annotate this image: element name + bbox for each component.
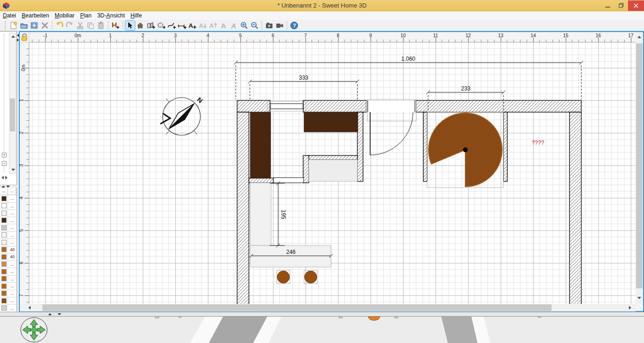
menu-3d-ansicht[interactable]: 3D-Ansicht: [94, 12, 128, 19]
undo-button[interactable]: [54, 20, 65, 31]
zoom-out-button[interactable]: [249, 20, 260, 31]
new-home-button[interactable]: [8, 20, 19, 31]
catalog-scroll-thumb[interactable]: [10, 98, 15, 131]
furniture-row[interactable]: ...: [0, 224, 17, 232]
maximize-button[interactable]: [614, 0, 628, 11]
wall-alcove-left[interactable]: [423, 112, 427, 181]
furniture-catalog-panel[interactable]: + −: [0, 31, 17, 185]
furniture-row[interactable]: 40: [0, 253, 17, 261]
furniture-row[interactable]: ...: [0, 203, 17, 210]
view-3d[interactable]: [0, 317, 644, 343]
zoom-in-button[interactable]: [239, 20, 249, 31]
furniture-list-panel[interactable]: ... ... .....................4040.......…: [0, 188, 17, 312]
nook-counter[interactable]: [309, 160, 357, 181]
menu-datei[interactable]: Datei: [0, 12, 19, 19]
plan-horizontal-scrollbar[interactable]: [20, 304, 636, 311]
splitter3d-down-icon[interactable]: [58, 313, 61, 315]
plan-scroll-down-icon[interactable]: [637, 297, 641, 299]
doorway-bottom[interactable]: [273, 178, 304, 183]
copy-button[interactable]: [85, 20, 96, 31]
pan-button[interactable]: [135, 20, 146, 31]
menu-hilfe[interactable]: Hilfe: [128, 12, 145, 19]
add-furniture-button[interactable]: [110, 20, 121, 31]
wall-inner-hall-left[interactable]: [357, 112, 363, 181]
photo-button[interactable]: [264, 20, 274, 31]
tree-collapse-icon[interactable]: −: [2, 161, 7, 166]
navigation-arrows[interactable]: [21, 318, 47, 342]
decrease-text-size-button[interactable]: A: [198, 20, 208, 31]
wall-top-2[interactable]: [303, 100, 366, 112]
plan-scroll-up-icon[interactable]: [637, 36, 641, 38]
list-col-icon[interactable]: ...: [0, 188, 8, 195]
catalog-scroll-left-icon[interactable]: [1, 176, 4, 180]
furniture-row[interactable]: ...: [0, 297, 17, 305]
furniture-row[interactable]: ...: [0, 217, 17, 225]
furniture-row[interactable]: ...: [0, 276, 17, 283]
kitchen-counter[interactable]: [250, 183, 271, 245]
wardrobe[interactable]: [250, 113, 271, 178]
wall-inner-nook-left[interactable]: [303, 155, 309, 183]
save-button[interactable]: [29, 20, 40, 31]
open-button[interactable]: [19, 20, 29, 31]
scroll-down-icon[interactable]: [11, 169, 15, 171]
plan-vertical-scrollbar[interactable]: [636, 32, 643, 304]
plan-3d-splitter[interactable]: [0, 312, 644, 317]
wall-left[interactable]: [237, 112, 249, 304]
furniture-row[interactable]: ...: [0, 210, 17, 217]
catalog-scrollbar[interactable]: [9, 33, 16, 174]
wall-inner-nook-top[interactable]: [307, 155, 357, 160]
plan-scroll-left-icon[interactable]: [28, 306, 31, 310]
menu-mobiliar[interactable]: Mobiliar: [52, 12, 77, 19]
italic-button[interactable]: A: [229, 20, 239, 31]
furniture-row[interactable]: ...: [0, 195, 17, 203]
create-text-button[interactable]: A: [187, 20, 198, 31]
plan-scroll-right-icon[interactable]: [629, 306, 631, 310]
furniture-row[interactable]: ...: [0, 232, 17, 239]
toolbar-grip[interactable]: [5, 21, 7, 30]
splitter3d-up-icon[interactable]: [48, 313, 52, 315]
furniture-row[interactable]: ...: [0, 239, 17, 246]
tree-expand-icon[interactable]: +: [2, 153, 7, 157]
preferences-button[interactable]: [40, 20, 50, 31]
plan-canvas[interactable]: N: [29, 42, 636, 304]
furniture-row[interactable]: ...: [0, 261, 17, 269]
help-button[interactable]: ?: [289, 20, 299, 31]
select-button[interactable]: [125, 20, 135, 31]
catalog-scroll-right-icon[interactable]: [5, 176, 8, 180]
close-button[interactable]: [628, 0, 644, 11]
wall-bottom-left[interactable]: [249, 178, 273, 183]
create-dimensions-button[interactable]: [177, 20, 187, 31]
bold-button[interactable]: A: [218, 20, 229, 31]
furniture-row[interactable]: 40: [0, 246, 17, 254]
wall-alcove-right[interactable]: [504, 112, 507, 181]
furniture-row[interactable]: ...: [0, 290, 17, 298]
furniture-row[interactable]: ...: [0, 268, 17, 276]
video-button[interactable]: [274, 20, 285, 31]
furniture-row-value: ...: [8, 269, 17, 274]
create-walls-button[interactable]: [146, 20, 156, 31]
furniture-list-header[interactable]: ... ...: [0, 188, 17, 195]
list-col-value[interactable]: ...: [8, 188, 16, 195]
increase-text-size-button[interactable]: A: [208, 20, 218, 31]
stool-2[interactable]: [305, 271, 317, 283]
menu-plan[interactable]: Plan: [77, 12, 94, 19]
plan-vscroll-thumb[interactable]: [636, 43, 643, 288]
furniture-row[interactable]: ...: [0, 305, 17, 312]
stool-1[interactable]: [277, 271, 289, 283]
wall-top-3[interactable]: [416, 100, 581, 112]
menu-bearbeiten[interactable]: Bearbeiten: [19, 12, 52, 19]
furniture-row[interactable]: ...: [0, 283, 17, 290]
create-rooms-button[interactable]: [156, 20, 166, 31]
cut-button[interactable]: [75, 20, 85, 31]
minimize-button[interactable]: [601, 0, 614, 11]
redo-button[interactable]: [65, 20, 75, 31]
paste-button[interactable]: [96, 20, 106, 31]
window[interactable]: [267, 101, 306, 112]
sideboard[interactable]: [304, 113, 358, 132]
plan-annotation-text[interactable]: ????: [532, 139, 545, 146]
scroll-up-icon[interactable]: [11, 35, 15, 38]
plan-hscroll-thumb[interactable]: [42, 304, 552, 311]
create-polylines-button[interactable]: [166, 20, 177, 31]
wall-top-1[interactable]: [237, 100, 270, 112]
wall-right[interactable]: [570, 112, 581, 304]
